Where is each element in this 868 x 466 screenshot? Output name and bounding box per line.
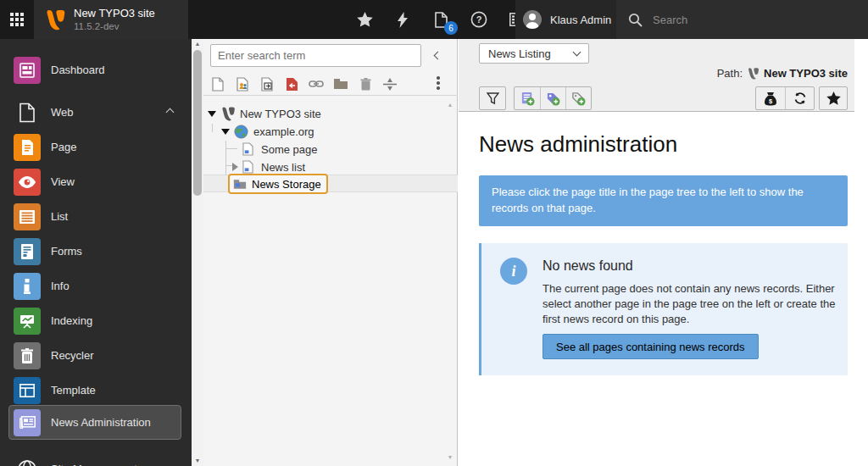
- sidebar-item-indexing[interactable]: Indexing: [0, 303, 192, 338]
- new-backend-user-section-page-icon[interactable]: [235, 76, 250, 92]
- bookmarks-star-icon[interactable]: [354, 9, 375, 30]
- content-scroll-gutter[interactable]: [854, 39, 868, 466]
- topbar: New TYPO3 site 11.5.2-dev 6 ?: [0, 0, 868, 39]
- news-administration-module-icon: [14, 409, 41, 436]
- module-content: News Listing Path: New TYPO3 site: [459, 39, 868, 466]
- sitename-block[interactable]: New TYPO3 site 11.5.2-dev: [34, 0, 188, 39]
- tree-scroll-up-icon[interactable]: ▲: [445, 100, 455, 110]
- new-mountpoint-page-icon[interactable]: [284, 76, 299, 92]
- tree-scroll-down-icon[interactable]: ▼: [445, 452, 455, 463]
- sidebar-item-forms[interactable]: Forms: [0, 234, 192, 269]
- new-tag-button[interactable]: [565, 87, 591, 109]
- new-divider-icon[interactable]: [382, 76, 398, 92]
- new-shortcut-page-icon[interactable]: [259, 76, 275, 92]
- template-module-icon: [14, 377, 41, 404]
- view-module-icon: [14, 169, 41, 196]
- info-circle-icon: i: [500, 258, 527, 285]
- user-menu[interactable]: Klaus Admin: [515, 0, 616, 39]
- tree-node-root[interactable]: New TYPO3 site: [203, 105, 458, 122]
- typo3-logo-icon: [220, 106, 236, 121]
- avatar: [523, 10, 542, 29]
- module-menu: Dashboard Web Page View List: [0, 39, 192, 466]
- tree-search-input[interactable]: [210, 44, 421, 67]
- sidebar-item-label: Info: [51, 280, 70, 292]
- callout-title: No news found: [542, 258, 633, 274]
- new-link-page-icon[interactable]: [309, 76, 324, 92]
- action-button-group: $: [755, 86, 815, 110]
- no-news-callout: i No news found The current page does no…: [479, 243, 848, 375]
- typo3-logo-icon: [747, 67, 760, 80]
- new-folder-icon[interactable]: [333, 76, 348, 92]
- module-function-select[interactable]: News Listing: [479, 43, 589, 64]
- refresh-icon: [793, 92, 807, 105]
- sidebar-section-web[interactable]: Web: [0, 95, 192, 130]
- selected-row-highlight: News Storage: [203, 175, 458, 192]
- sidebar-item-news-administration[interactable]: News Administration: [0, 404, 192, 441]
- new-recycler-icon[interactable]: [358, 76, 373, 92]
- site-title: New TYPO3 site: [74, 7, 155, 20]
- chevron-down-icon: [573, 48, 581, 57]
- divider: [203, 95, 458, 96]
- toolbar-search[interactable]: [616, 0, 868, 39]
- sidebar-item-info[interactable]: Info: [0, 269, 192, 303]
- sidebar-item-label: View: [51, 175, 75, 188]
- sidebar-item-dashboard[interactable]: Dashboard: [0, 53, 192, 87]
- sidebar-item-template[interactable]: Template: [0, 373, 192, 408]
- donate-button[interactable]: $: [756, 87, 785, 109]
- new-category-button[interactable]: [540, 87, 565, 109]
- sidebar-item-page[interactable]: Page: [0, 130, 192, 164]
- tree-node-example-org[interactable]: example.org: [203, 123, 458, 140]
- module-menu-scrollbar[interactable]: ▲ ▼: [192, 39, 203, 466]
- svg-text:?: ?: [476, 14, 482, 25]
- tree-node-news-storage[interactable]: News Storage: [228, 174, 328, 194]
- help-icon[interactable]: ?: [469, 9, 489, 30]
- clear-cache-bolt-icon[interactable]: [392, 9, 413, 30]
- typo3-version: 11.5.2-dev: [74, 20, 155, 32]
- opened-documents-icon[interactable]: 6: [431, 9, 451, 30]
- filter-icon: [487, 92, 499, 105]
- scroll-down-icon[interactable]: ▼: [192, 456, 203, 466]
- sidebar-item-label: Dashboard: [51, 64, 105, 76]
- list-module-icon: [14, 203, 41, 230]
- page-module-icon: [14, 134, 41, 161]
- new-news-record-button[interactable]: [515, 87, 540, 109]
- opened-documents-count-badge: 6: [444, 21, 458, 35]
- refresh-button[interactable]: [785, 87, 814, 109]
- site-management-icon: [14, 456, 41, 466]
- path-value: New TYPO3 site: [764, 67, 848, 80]
- expand-toggle-icon[interactable]: [221, 129, 230, 135]
- scroll-up-icon[interactable]: ▲: [192, 39, 203, 49]
- breadcrumb: Path: New TYPO3 site: [717, 67, 848, 80]
- more-options-icon[interactable]: [431, 75, 445, 92]
- tree-new-page-toolbar: [210, 73, 451, 95]
- folder-icon: [233, 179, 247, 190]
- sidebar-item-label: Forms: [51, 245, 82, 258]
- expand-toggle-icon[interactable]: [208, 111, 216, 117]
- indexing-module-icon: [14, 308, 41, 335]
- collapsed-toggle-icon[interactable]: [232, 163, 238, 171]
- dashboard-icon: [14, 57, 41, 84]
- new-page-icon[interactable]: [210, 76, 225, 92]
- tree-node-some-page[interactable]: Some page: [203, 141, 458, 158]
- see-all-pages-button[interactable]: See all pages containing news records: [542, 334, 759, 359]
- sidebar-item-recycler[interactable]: Recycler: [0, 338, 192, 373]
- bookmark-button[interactable]: [819, 86, 848, 110]
- sidebar-item-list[interactable]: List: [0, 199, 192, 234]
- new-record-button-group: [514, 86, 592, 110]
- page-title: News administration: [479, 131, 677, 158]
- path-label: Path:: [717, 67, 743, 80]
- search-input[interactable]: [653, 14, 822, 26]
- info-message-box: Please click the page title in the page …: [479, 175, 848, 226]
- collapse-tree-button[interactable]: [430, 47, 445, 63]
- site-globe-icon: [234, 125, 248, 139]
- new-tag-icon: [571, 92, 586, 106]
- sidebar-section-site-management[interactable]: Site Management: [0, 452, 192, 466]
- tree-node-news-list[interactable]: News list: [203, 158, 458, 175]
- page-icon: [242, 142, 253, 156]
- scrollbar-thumb[interactable]: [193, 50, 202, 196]
- module-menu-toggle-button[interactable]: [0, 0, 34, 39]
- filter-button[interactable]: [479, 86, 506, 110]
- page-icon: [242, 160, 253, 174]
- sidebar-item-view[interactable]: View: [0, 164, 192, 199]
- page-tree-panel: News Storage New TYPO3 site example.org …: [203, 39, 458, 466]
